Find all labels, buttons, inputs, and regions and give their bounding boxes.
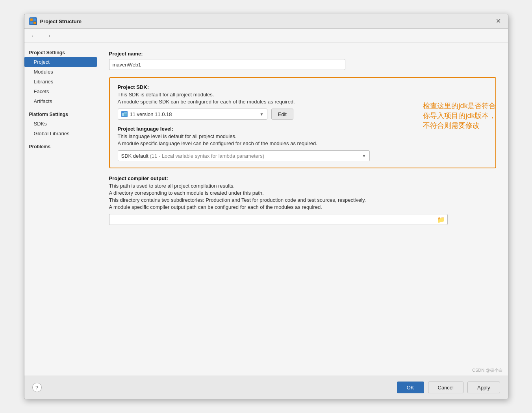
lang-level-dropdown[interactable]: SDK default (11 - Local variable syntax …	[118, 150, 370, 161]
svg-rect-3	[33, 22, 36, 24]
sdk-desc1: This SDK is default for all project modu…	[118, 92, 488, 98]
compiler-desc2: A directory corresponding to each module…	[109, 190, 496, 196]
problems-label: Problems	[24, 138, 97, 151]
close-button[interactable]: ✕	[493, 17, 503, 25]
compiler-output-group: Project compiler output: This path is us…	[109, 175, 496, 225]
sidebar-item-project[interactable]: Project	[24, 57, 97, 67]
cancel-button[interactable]: Cancel	[428, 382, 463, 393]
back-button[interactable]: ←	[28, 31, 40, 40]
lang-dropdown-arrow: ▼	[362, 154, 366, 158]
project-structure-dialog: Project Structure ✕ ← → Project Settings…	[24, 14, 508, 399]
help-button[interactable]: ?	[32, 383, 42, 392]
svg-rect-2	[30, 22, 33, 24]
svg-rect-6	[124, 114, 127, 116]
sidebar: Project Settings Project Modules Librari…	[24, 43, 97, 376]
content-area: Project Settings Project Modules Librari…	[24, 43, 508, 376]
sidebar-item-modules[interactable]: Modules	[24, 67, 97, 77]
apply-button[interactable]: Apply	[467, 382, 500, 393]
footer-left: ?	[32, 383, 42, 392]
sdk-title: Project SDK:	[118, 84, 488, 90]
svg-rect-1	[33, 18, 36, 21]
sidebar-item-facets[interactable]: Facets	[24, 87, 97, 96]
footer: ? OK Cancel Apply	[24, 376, 508, 399]
sidebar-item-sdks[interactable]: SDKs	[24, 119, 97, 129]
sdk-select-inner: 11 version 11.0.18	[121, 111, 260, 117]
annotation-text: 检查这里的jdk是否符合 你导入项目的jdk版本， 不符合则需要修改	[423, 101, 496, 131]
watermark: CSDN @极小白	[472, 367, 503, 373]
svg-rect-5	[124, 112, 127, 114]
compiler-title: Project compiler output:	[109, 175, 496, 181]
project-name-label: Project name:	[109, 51, 496, 57]
project-name-input[interactable]	[109, 59, 345, 70]
ok-button[interactable]: OK	[397, 382, 424, 393]
compiler-desc1: This path is used to store all project c…	[109, 183, 496, 189]
sdk-dropdown[interactable]: 11 version 11.0.18 ▼	[118, 109, 267, 120]
project-name-group: Project name:	[109, 51, 496, 70]
app-icon	[29, 17, 37, 25]
sidebar-item-libraries[interactable]: Libraries	[24, 77, 97, 87]
sdk-edit-button[interactable]: Edit	[271, 109, 293, 120]
sidebar-item-artifacts[interactable]: Artifacts	[24, 96, 97, 106]
sdk-value: 11 version 11.0.18	[130, 111, 172, 117]
title-bar: Project Structure ✕	[24, 14, 508, 29]
compiler-desc3: This directory contains two subdirectori…	[109, 197, 496, 203]
sdk-java-icon	[121, 111, 128, 117]
platform-settings-label: Platform Settings	[24, 106, 97, 119]
compiler-desc4: A module specific compiler output path c…	[109, 204, 496, 210]
svg-rect-4	[122, 113, 124, 116]
footer-right: OK Cancel Apply	[397, 382, 500, 393]
lang-level-hint: (11 - Local variable syntax for lambda p…	[150, 153, 264, 159]
project-settings-label: Project Settings	[24, 47, 97, 57]
lang-level-value: SDK default (11 - Local variable syntax …	[121, 153, 264, 159]
sidebar-item-global-libraries[interactable]: Global Libraries	[24, 129, 97, 138]
compiler-output-input[interactable]: 📁	[109, 214, 448, 225]
folder-icon: 📁	[437, 216, 445, 223]
dialog-title: Project Structure	[40, 18, 82, 24]
main-content: Project name: Project SDK: This SDK is d…	[97, 43, 508, 376]
title-bar-left: Project Structure	[29, 17, 82, 25]
svg-rect-0	[30, 18, 33, 21]
sdk-dropdown-arrow: ▼	[260, 112, 264, 116]
lang-desc1: This language level is default for all p…	[118, 133, 488, 139]
lang-desc2: A module specific language level can be …	[118, 140, 488, 146]
toolbar: ← →	[24, 29, 508, 43]
forward-button[interactable]: →	[43, 31, 54, 40]
